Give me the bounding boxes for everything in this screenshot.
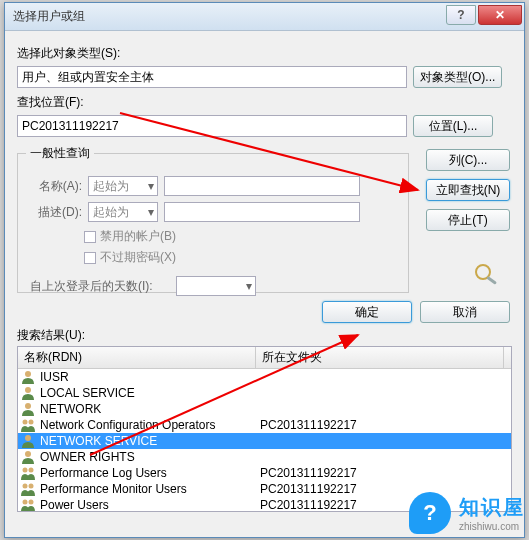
svg-point-10 [29, 468, 34, 473]
object-type-value: 用户、组或内置安全主体 [17, 66, 407, 88]
magnifier-icon [470, 261, 502, 287]
item-name: Network Configuration Operators [40, 418, 256, 432]
help-icon: ? [457, 8, 464, 22]
location-value: PC201311192217 [17, 115, 407, 137]
dialog-window: 选择用户或组 ? ✕ 选择此对象类型(S): 用户、组或内置安全主体 对象类型(… [4, 2, 525, 538]
list-item[interactable]: LOCAL SERVICE [18, 385, 511, 401]
svg-point-3 [25, 387, 31, 393]
list-item[interactable]: NETWORK SERVICE [18, 433, 511, 449]
svg-point-7 [25, 435, 31, 441]
desc-combo[interactable]: 起始为 [88, 202, 158, 222]
disabled-accounts-check[interactable]: 禁用的帐户(B) [84, 228, 400, 245]
common-queries-group: 一般性查询 名称(A): 起始为 描述(D): 起始为 禁用的帐户(B) 不过期… [17, 145, 409, 293]
results-label: 搜索结果(U): [17, 327, 512, 344]
col-name[interactable]: 名称(RDN) [18, 347, 256, 368]
watermark: ? 知识屋 zhishiwu.com [409, 492, 525, 534]
name-combo[interactable]: 起始为 [88, 176, 158, 196]
checkbox-icon [84, 252, 96, 264]
dialog-body: 选择此对象类型(S): 用户、组或内置安全主体 对象类型(O)... 查找位置(… [5, 31, 524, 522]
item-folder: PC201311192217 [260, 482, 357, 496]
brand-badge-icon: ? [409, 492, 451, 534]
stop-button[interactable]: 停止(T) [426, 209, 510, 231]
svg-point-4 [25, 403, 31, 409]
results-list[interactable]: 名称(RDN) 所在文件夹 IUSRLOCAL SERVICENETWORKNe… [17, 346, 512, 512]
svg-rect-1 [486, 276, 497, 285]
list-item[interactable]: IUSR [18, 369, 511, 385]
item-name: NETWORK [40, 402, 256, 416]
right-button-column: 列(C)... 立即查找(N) 停止(T) [426, 149, 510, 231]
object-type-label: 选择此对象类型(S): [17, 45, 512, 62]
item-folder: PC201311192217 [260, 498, 357, 512]
common-queries-legend: 一般性查询 [26, 145, 94, 162]
desc-label: 描述(D): [26, 204, 82, 221]
close-icon: ✕ [495, 8, 505, 22]
brand-url: zhishiwu.com [459, 521, 525, 532]
brand-name: 知识屋 [459, 494, 525, 521]
user-icon [20, 450, 36, 464]
group-icon [20, 466, 36, 480]
svg-point-9 [23, 468, 28, 473]
desc-input[interactable] [164, 202, 360, 222]
col-folder[interactable]: 所在文件夹 [256, 347, 504, 368]
group-icon [20, 482, 36, 496]
user-icon [20, 402, 36, 416]
item-name: Performance Log Users [40, 466, 256, 480]
user-icon [20, 370, 36, 384]
group-icon [20, 498, 36, 512]
group-icon [20, 418, 36, 432]
item-name: OWNER RIGHTS [40, 450, 256, 464]
help-button[interactable]: ? [446, 5, 476, 25]
svg-point-12 [29, 484, 34, 489]
user-icon [20, 434, 36, 448]
list-item[interactable]: Performance Log UsersPC201311192217 [18, 465, 511, 481]
object-types-button[interactable]: 对象类型(O)... [413, 66, 502, 88]
svg-point-11 [23, 484, 28, 489]
results-header[interactable]: 名称(RDN) 所在文件夹 [18, 347, 511, 369]
close-button[interactable]: ✕ [478, 5, 522, 25]
item-name: Power Users [40, 498, 256, 512]
svg-point-2 [25, 371, 31, 377]
ok-button[interactable]: 确定 [322, 301, 412, 323]
no-expire-check[interactable]: 不过期密码(X) [84, 249, 400, 266]
location-label: 查找位置(F): [17, 94, 512, 111]
item-name: IUSR [40, 370, 256, 384]
locations-button[interactable]: 位置(L)... [413, 115, 493, 137]
days-label: 自上次登录后的天数(I): [30, 278, 170, 295]
list-item[interactable]: NETWORK [18, 401, 511, 417]
item-name: LOCAL SERVICE [40, 386, 256, 400]
cancel-button[interactable]: 取消 [420, 301, 510, 323]
svg-point-6 [29, 420, 34, 425]
list-item[interactable]: OWNER RIGHTS [18, 449, 511, 465]
columns-button[interactable]: 列(C)... [426, 149, 510, 171]
name-label: 名称(A): [26, 178, 82, 195]
item-folder: PC201311192217 [260, 418, 357, 432]
checkbox-icon [84, 231, 96, 243]
item-name: NETWORK SERVICE [40, 434, 256, 448]
titlebar[interactable]: 选择用户或组 ? ✕ [5, 3, 524, 31]
days-combo[interactable] [176, 276, 256, 296]
find-now-button[interactable]: 立即查找(N) [426, 179, 510, 201]
user-icon [20, 386, 36, 400]
item-name: Performance Monitor Users [40, 482, 256, 496]
svg-point-13 [23, 500, 28, 505]
list-item[interactable]: Network Configuration OperatorsPC2013111… [18, 417, 511, 433]
item-folder: PC201311192217 [260, 466, 357, 480]
svg-point-14 [29, 500, 34, 505]
name-input[interactable] [164, 176, 360, 196]
window-title: 选择用户或组 [13, 8, 446, 25]
svg-point-8 [25, 451, 31, 457]
svg-point-5 [23, 420, 28, 425]
